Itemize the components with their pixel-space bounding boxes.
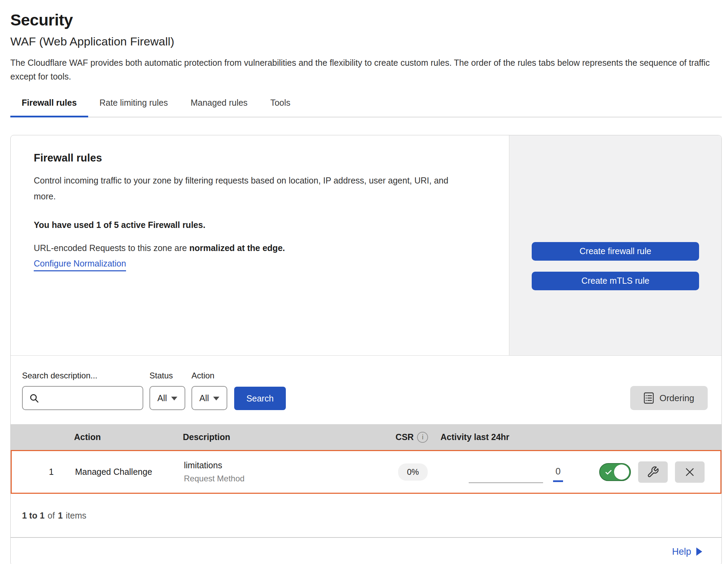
normalization-prefix: URL-encoded Requests to this zone are [34, 243, 189, 253]
col-header-csr: CSR [386, 432, 438, 443]
info-icon[interactable] [417, 432, 428, 443]
items-word: items [66, 511, 86, 521]
filter-bar: Search description... Status All Action [11, 356, 721, 424]
edit-rule-button[interactable] [638, 461, 668, 483]
rule-description: limitations [184, 460, 387, 470]
ordering-button[interactable]: Ordering [630, 386, 708, 410]
search-input-box [22, 386, 143, 410]
tab-rate-limiting-rules[interactable]: Rate limiting rules [88, 98, 179, 117]
page-subtitle: WAF (Web Application Firewall) [10, 35, 722, 48]
help-link[interactable]: Help [672, 546, 702, 557]
search-filter-group: Search description... [22, 371, 143, 410]
close-icon [684, 466, 696, 478]
check-icon [604, 469, 613, 476]
search-button[interactable]: Search [234, 387, 286, 410]
status-filter-group: Status All [149, 371, 185, 410]
usage-text: You have used 1 of 5 active Firewall rul… [34, 220, 488, 230]
activity-sparkline [469, 482, 543, 483]
rule-controls [590, 461, 720, 483]
help-row: Help [11, 537, 721, 564]
create-firewall-rule-button[interactable]: Create firewall rule [532, 242, 699, 261]
chevron-down-icon [171, 397, 177, 400]
status-label: Status [149, 371, 185, 380]
firewall-rules-card: Firewall rules Control incoming traffic … [10, 135, 722, 564]
action-filter-group: Action All [191, 371, 227, 410]
table-footer: 1 to 1 of 1 items [11, 494, 721, 537]
chevron-down-icon [213, 397, 219, 400]
action-label: Action [191, 371, 227, 380]
card-description: Control incoming traffic to your zone by… [34, 173, 461, 204]
rule-activity-cell: 0 [439, 451, 590, 493]
help-arrow-icon [696, 547, 702, 556]
col-header-description: Description [183, 432, 386, 442]
toggle-knob [614, 464, 629, 480]
ordering-list-icon [644, 392, 654, 404]
security-waf-page: Security WAF (Web Application Firewall) … [0, 0, 728, 564]
normalization-bold: normalized at the edge. [189, 243, 285, 253]
search-input[interactable] [39, 387, 158, 409]
rule-order: 1 [12, 467, 63, 477]
create-mtls-rule-button[interactable]: Create mTLS rule [532, 272, 699, 290]
rule-action: Managed Challenge [63, 467, 184, 477]
create-rules-panel: Create firewall rule Create mTLS rule [509, 135, 721, 355]
tab-managed-rules[interactable]: Managed rules [179, 98, 259, 117]
status-select[interactable]: All [149, 386, 185, 410]
card-overview-section: Firewall rules Control incoming traffic … [11, 135, 721, 356]
search-label: Search description... [22, 371, 143, 380]
waf-tabs: Firewall rules Rate limiting rules Manag… [10, 98, 722, 117]
table-header: Action Description CSR Activity last 24h… [11, 424, 721, 450]
search-icon [29, 393, 39, 403]
csr-header-label: CSR [396, 432, 414, 442]
tab-tools[interactable]: Tools [259, 98, 302, 117]
status-select-value: All [157, 393, 167, 403]
rule-csr-cell: 0% [387, 463, 439, 481]
configure-normalization-link[interactable]: Configure Normalization [34, 259, 126, 271]
items-of: of [48, 511, 55, 521]
page-title: Security [10, 10, 722, 29]
rule-enabled-toggle[interactable] [599, 463, 631, 481]
action-select-value: All [199, 393, 209, 403]
col-header-activity: Activity last 24hr [438, 432, 589, 442]
col-header-action: Action [62, 432, 183, 442]
items-total: 1 [58, 511, 63, 521]
overview-text-block: Firewall rules Control incoming traffic … [11, 135, 509, 355]
firewall-rule-row[interactable]: 1 Managed Challenge limitations Request … [11, 450, 721, 494]
activity-count-link[interactable]: 0 [553, 466, 563, 482]
normalization-text: URL-encoded Requests to this zone are no… [34, 243, 488, 253]
page-description: The Cloudflare WAF provides both automat… [10, 56, 717, 83]
delete-rule-button[interactable] [675, 461, 705, 483]
wrench-icon [647, 466, 659, 478]
csr-badge: 0% [398, 463, 428, 481]
rule-description-cell: limitations Request Method [184, 460, 387, 483]
action-select[interactable]: All [191, 386, 227, 410]
items-range: 1 to 1 [22, 511, 44, 521]
card-heading: Firewall rules [34, 152, 488, 164]
ordering-button-label: Ordering [659, 393, 694, 404]
rule-description-sub: Request Method [184, 474, 387, 483]
tab-firewall-rules[interactable]: Firewall rules [10, 98, 88, 117]
help-label: Help [672, 546, 691, 557]
